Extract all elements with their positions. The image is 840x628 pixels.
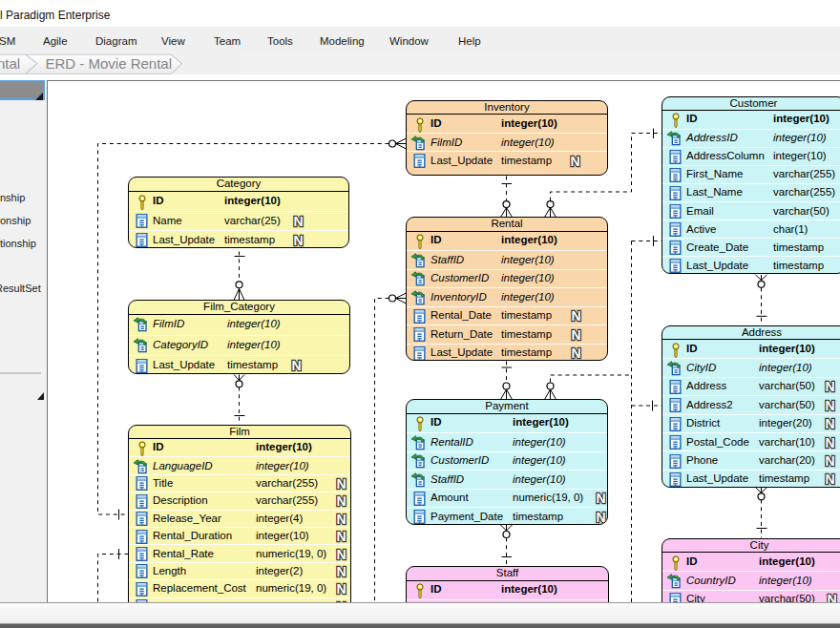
svg-text:ERD - Movie Rental: ERD - Movie Rental xyxy=(46,55,173,72)
svg-text:ntal: ntal xyxy=(0,55,20,72)
